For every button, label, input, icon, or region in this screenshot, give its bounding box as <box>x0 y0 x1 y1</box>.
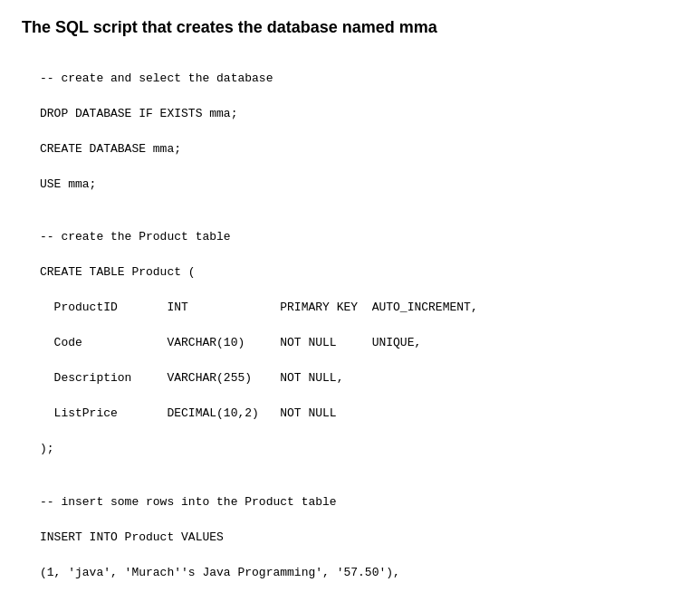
code-line-4: CREATE TABLE Product ( <box>40 265 196 279</box>
code-line-1: DROP DATABASE IF EXISTS mma; <box>40 107 237 120</box>
comment-2: -- create the Product table <box>40 230 231 243</box>
code-line-2: CREATE DATABASE mma; <box>40 142 181 156</box>
code-line-7: Description VARCHAR(255) NOT NULL, <box>40 371 343 385</box>
code-block: -- create and select the database DROP D… <box>22 52 678 592</box>
code-line-6: Code VARCHAR(10) NOT NULL UNIQUE, <box>40 336 421 349</box>
code-line-8: ListPrice DECIMAL(10,2) NOT NULL <box>40 406 337 420</box>
code-line-10: INSERT INTO Product VALUES <box>40 530 224 544</box>
code-line-11: (1, 'java', 'Murach''s Java Programming'… <box>40 566 400 579</box>
comment-1: -- create and select the database <box>40 72 273 85</box>
code-line-5: ProductID INT PRIMARY KEY AUTO_INCREMENT… <box>40 301 478 314</box>
code-line-9: ); <box>40 442 54 455</box>
comment-3: -- insert some rows into the Product tab… <box>40 495 337 509</box>
page-title: The SQL script that creates the database… <box>22 18 678 37</box>
code-line-3: USE mma; <box>40 177 96 191</box>
